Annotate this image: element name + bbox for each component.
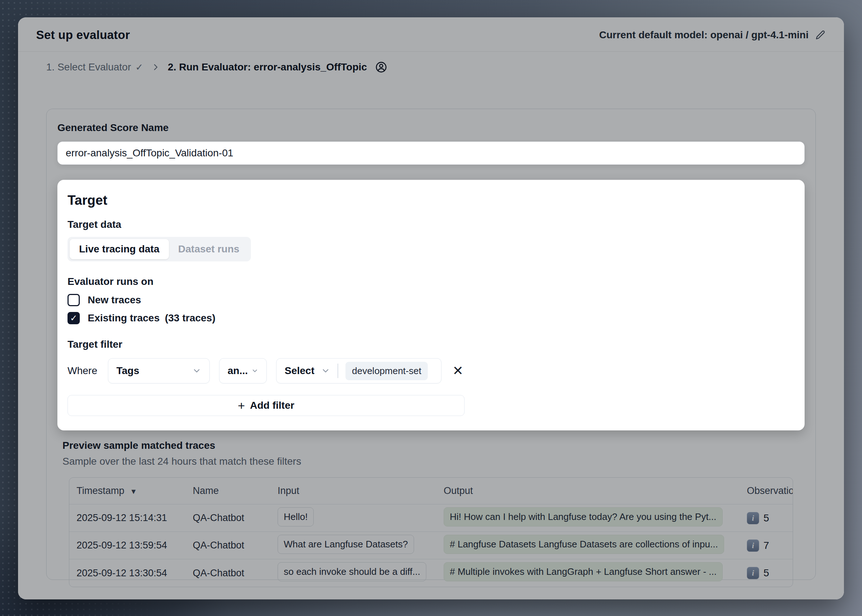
setup-evaluator-modal: Set up evaluator Current default model: … — [18, 17, 844, 599]
close-icon: ✕ — [452, 363, 463, 378]
trace-output-preview[interactable]: Hi! How can I help with Langfuse today? … — [444, 507, 723, 526]
column-header-output: Output — [436, 485, 740, 497]
trace-output-preview[interactable]: # Multiple invokes with LangGraph + Lang… — [444, 562, 723, 581]
page-title: Set up evaluator — [36, 28, 130, 42]
trace-name: QA-Chatbot — [185, 567, 270, 579]
trace-timestamp: 2025-09-12 13:59:54 — [69, 540, 185, 551]
breadcrumb-step-2: 2. Run Evaluator: error-analysis_OffTopi… — [168, 61, 367, 73]
score-name-label: Generated Score Name — [57, 122, 805, 134]
trace-name: QA-Chatbot — [185, 540, 270, 551]
filter-column-select[interactable]: Tags — [108, 358, 210, 383]
default-model-area: Current default model: openai / gpt-4.1-… — [599, 29, 826, 41]
breadcrumb-step-1[interactable]: 1. Select Evaluator ✓ — [46, 61, 143, 73]
divider — [338, 364, 338, 378]
default-model-label: Current default model: openai / gpt-4.1-… — [599, 29, 809, 41]
add-filter-button[interactable]: + Add filter — [68, 395, 465, 416]
breadcrumb: 1. Select Evaluator ✓ 2. Run Evaluator: … — [18, 52, 844, 76]
filter-value-select[interactable]: Select development-set — [276, 358, 441, 383]
filter-row: Where Tags an... Select — [68, 358, 794, 383]
user-circle-icon — [375, 61, 387, 73]
generated-score-name-input[interactable] — [57, 141, 805, 165]
plus-icon: + — [238, 399, 245, 413]
preview-title: Preview sample matched traces — [63, 440, 805, 451]
checkmark-icon: ✓ — [70, 314, 77, 322]
add-filter-label: Add filter — [250, 400, 294, 411]
modal-header: Set up evaluator Current default model: … — [18, 17, 844, 52]
breadcrumb-step-1-label: 1. Select Evaluator — [46, 61, 131, 73]
table-header-row: Timestamp ▼ Name Input Output Observatio… — [69, 478, 793, 504]
chevron-down-icon — [321, 366, 330, 376]
info-level-icon: i — [747, 567, 759, 579]
existing-traces-count: (33 traces) — [165, 312, 215, 324]
filter-operator-value: an... — [228, 365, 248, 377]
chevron-down-icon — [192, 366, 201, 376]
target-card: Target Target data Live tracing data Dat… — [57, 180, 805, 431]
filter-value-trigger: Select — [284, 365, 314, 377]
trace-name: QA-Chatbot — [185, 512, 270, 523]
new-traces-label: New traces — [88, 294, 141, 306]
option-new-traces[interactable]: New traces — [68, 294, 794, 306]
existing-traces-label: Existing traces — [88, 312, 160, 324]
column-header-observation-levels: Observation Levels — [740, 485, 793, 497]
info-level-icon: i — [747, 512, 759, 524]
table-row[interactable]: 2025-09-12 13:59:54 QA-Chatbot What are … — [69, 532, 793, 559]
filter-where-label: Where — [68, 365, 97, 377]
target-data-label: Target data — [68, 219, 794, 230]
trace-input-preview[interactable]: Hello! — [278, 507, 314, 526]
table-row[interactable]: 2025-09-12 13:30:54 QA-Chatbot so each i… — [69, 559, 793, 587]
option-existing-traces[interactable]: ✓ Existing traces (33 traces) — [68, 312, 794, 324]
new-traces-checkbox[interactable] — [68, 294, 80, 306]
table-row[interactable]: 2025-09-12 15:14:31 QA-Chatbot Hello! Hi… — [69, 504, 793, 532]
matched-traces-table: Timestamp ▼ Name Input Output Observatio… — [69, 477, 793, 587]
observation-level-count: 5 — [763, 512, 769, 524]
trace-timestamp: 2025-09-12 13:30:54 — [69, 567, 185, 579]
target-filter-label: Target filter — [68, 339, 794, 350]
tab-live-tracing-data[interactable]: Live tracing data — [70, 239, 169, 259]
trace-timestamp: 2025-09-12 15:14:31 — [69, 512, 185, 523]
target-title: Target — [68, 193, 794, 208]
evaluator-runs-on-label: Evaluator runs on — [68, 276, 794, 288]
edit-model-button[interactable] — [815, 30, 826, 41]
target-data-tabs: Live tracing data Dataset runs — [68, 237, 251, 261]
info-level-icon: i — [747, 539, 759, 552]
filter-column-value: Tags — [116, 365, 139, 377]
trace-output-preview[interactable]: # Langfuse Datasets Langfuse Datasets ar… — [444, 535, 724, 554]
filter-operator-select[interactable]: an... — [219, 358, 267, 383]
sort-desc-icon: ▼ — [130, 487, 137, 495]
observation-level-count: 7 — [763, 540, 769, 552]
tab-dataset-runs[interactable]: Dataset runs — [169, 239, 249, 259]
column-header-timestamp[interactable]: Timestamp ▼ — [69, 485, 185, 497]
chevron-down-icon — [251, 367, 259, 374]
trace-input-preview[interactable]: What are Langfuse Datasets? — [278, 535, 414, 554]
column-header-input: Input — [270, 485, 436, 497]
existing-traces-checkbox[interactable]: ✓ — [68, 312, 80, 324]
run-evaluator-form: Generated Score Name Target Target data … — [46, 109, 816, 580]
filter-value-chip[interactable]: development-set — [345, 362, 428, 380]
pencil-icon — [815, 30, 826, 41]
remove-filter-button[interactable]: ✕ — [451, 363, 465, 379]
observation-level-count: 5 — [763, 567, 769, 579]
column-header-name: Name — [185, 485, 270, 497]
preview-subtitle: Sample over the last 24 hours that match… — [63, 456, 805, 467]
trace-input-preview[interactable]: so each invoke should be a diff... — [278, 562, 426, 581]
chevron-right-icon — [151, 63, 160, 71]
step-complete-check-icon: ✓ — [135, 62, 143, 73]
